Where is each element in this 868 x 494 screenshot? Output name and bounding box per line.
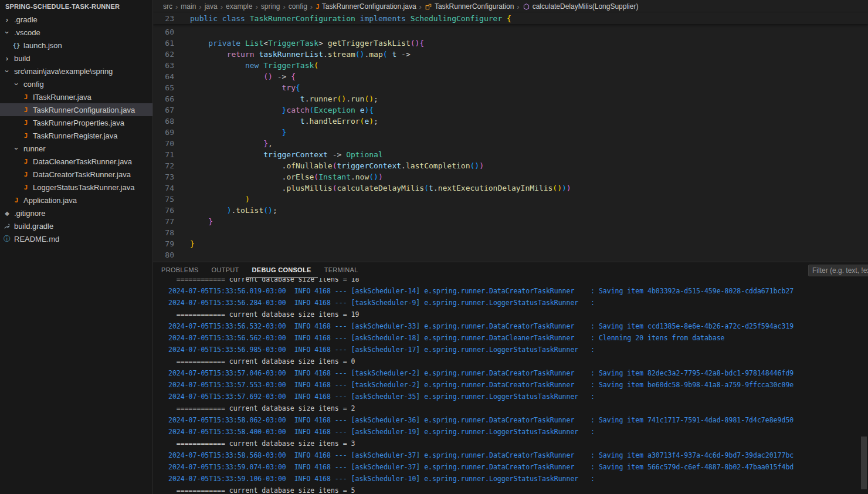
line-number[interactable]: 79	[153, 238, 174, 249]
line-number[interactable]: 71	[153, 149, 174, 160]
code-line-67[interactable]: 67 }catch(Exception e){	[153, 104, 868, 116]
line-number[interactable]: 72	[153, 160, 174, 171]
line-number[interactable]: 76	[153, 205, 174, 216]
line-number[interactable]: 63	[153, 60, 174, 71]
breadcrumb-item-src[interactable]: src	[163, 2, 172, 11]
line-number[interactable]: 78	[153, 227, 174, 238]
breadcrumb-item-calculatedelaymilis-longsupplier[interactable]: calculateDelayMilis(LongSupplier)	[523, 2, 639, 11]
line-number[interactable]: 75	[153, 194, 174, 205]
tree-item-loggerstatustaskrunner-java[interactable]: JLoggerStatusTaskRunner.java	[0, 181, 152, 194]
panel-tab-output[interactable]: OUTPUT	[205, 262, 246, 278]
code-token	[190, 72, 263, 81]
tree-item-taskrunnerproperties-java[interactable]: JTaskRunnerProperties.java	[0, 116, 152, 129]
code-line-71[interactable]: 71 triggerContext -> Optional	[153, 149, 868, 160]
tree-item-src-main-java-example-spring[interactable]: ›src\main\java\example\spring	[0, 65, 152, 77]
tree-item-build[interactable]: ›build	[0, 52, 152, 65]
line-number[interactable]: 64	[153, 71, 174, 82]
tree-item-launch-json[interactable]: {}launch.json	[0, 39, 152, 52]
code-line-72[interactable]: 72 .ofNullable(triggerContext.lastComple…	[153, 160, 868, 171]
java-file-icon: J	[21, 184, 30, 191]
console-line: 2024-07-05T15:33:59.074-03:00 INFO 4168 …	[168, 461, 868, 473]
code-line-65[interactable]: 65 try{	[153, 82, 868, 93]
breadcrumb-item-taskrunnerconfiguration-java[interactable]: JTaskRunnerConfiguration.java	[316, 2, 416, 11]
tree-item-vscode[interactable]: ›.vscode	[0, 26, 152, 39]
breadcrumb-separator-icon: ›	[517, 2, 519, 11]
code-line-63[interactable]: 63 new TriggerTask(	[153, 60, 868, 71]
line-number[interactable]: 70	[153, 138, 174, 149]
breadcrumb-item-main[interactable]: main	[181, 2, 196, 11]
code-line-70[interactable]: 70 },	[153, 138, 868, 149]
breadcrumb-item-taskrunnerconfiguration[interactable]: TaskRunnerConfiguration	[425, 2, 514, 11]
code-token: ofNullable	[286, 161, 332, 170]
line-number[interactable]: 62	[153, 49, 174, 60]
code-token: )	[567, 184, 571, 192]
line-number[interactable]: 65	[153, 82, 174, 93]
bottom-panel: PROBLEMSOUTPUTDEBUG CONSOLETERMINAL ====…	[153, 262, 868, 494]
tree-item-config[interactable]: ›config	[0, 77, 152, 90]
console-line: 2024-07-05T15:33:57.553-03:00 INFO 4168 …	[168, 379, 868, 391]
tree-item-taskrunnerregister-java[interactable]: JTaskRunnerRegister.java	[0, 129, 152, 142]
code-line-60[interactable]: 60	[153, 26, 868, 38]
tree-item-readme-md[interactable]: ⓘREADME.md	[0, 232, 152, 245]
tree-item-taskrunnerconfiguration-java[interactable]: JTaskRunnerConfiguration.java	[0, 103, 152, 116]
line-number[interactable]: 80	[153, 249, 174, 260]
code-token: implements	[360, 14, 406, 23]
console-scrollbar[interactable]	[861, 437, 867, 489]
code-text: t.handleError(e);	[190, 116, 378, 127]
tree-item-gradle[interactable]: ›.gradle	[0, 13, 152, 26]
code-line-80[interactable]: 80	[153, 249, 868, 260]
line-number[interactable]: 74	[153, 182, 174, 194]
tree-item-runner[interactable]: ›runner	[0, 142, 152, 155]
console-line: 2024-07-05T15:33:58.400-03:00 INFO 4168 …	[168, 426, 868, 438]
code-line-73[interactable]: 73 .orElse(Instant.now())	[153, 171, 868, 182]
code-line-76[interactable]: 76 ).toList();	[153, 205, 868, 216]
code-area[interactable]: 6061 private List<TriggerTask> getTrigge…	[153, 24, 868, 262]
panel-tab-terminal[interactable]: TERMINAL	[318, 262, 365, 278]
tree-item-itaskrunner-java[interactable]: JITaskRunner.java	[0, 90, 152, 103]
code-line-74[interactable]: 74 .plusMillis(calculateDelayMilis(t.nex…	[153, 182, 868, 194]
line-number[interactable]: 77	[153, 216, 174, 227]
line-number[interactable]: 67	[153, 104, 174, 116]
code-token: Exception	[314, 106, 355, 114]
code-token	[240, 39, 245, 48]
tree-item-label: ITaskRunner.java	[33, 93, 91, 101]
breadcrumb-item-config[interactable]: config	[289, 2, 307, 11]
line-number[interactable]: 66	[153, 93, 174, 104]
project-root-header[interactable]: SPRING-SCHEDULE-TASK-RUNNER	[0, 0, 152, 13]
breadcrumb-item-spring[interactable]: spring	[261, 2, 280, 11]
code-line-79[interactable]: 79}	[153, 238, 868, 249]
code-text: }	[190, 216, 213, 227]
code-line-75[interactable]: 75 )	[153, 194, 868, 205]
line-number[interactable]: 73	[153, 171, 174, 182]
sticky-scroll-line[interactable]: 23 public class TaskRunnerConfiguration …	[153, 13, 868, 24]
line-number[interactable]: 68	[153, 116, 174, 127]
line-number[interactable]: 61	[153, 38, 174, 49]
tree-item-build-gradle[interactable]: build.gradle	[0, 219, 152, 232]
code-line-78[interactable]: 78	[153, 227, 868, 238]
panel-tab-debug-console[interactable]: DEBUG CONSOLE	[246, 262, 318, 278]
code-token	[190, 39, 208, 48]
line-number[interactable]: 60	[153, 26, 174, 38]
line-number[interactable]: 69	[153, 127, 174, 138]
console-filter-input[interactable]	[808, 265, 868, 276]
code-line-62[interactable]: 62 return taskRunnerList.stream().map( t…	[153, 49, 868, 60]
tree-item-gitignore[interactable]: ◆.gitignore	[0, 207, 152, 219]
code-line-66[interactable]: 66 t.runner().run();	[153, 93, 868, 104]
code-line-61[interactable]: 61 private List<TriggerTask> getTriggerT…	[153, 38, 868, 49]
panel-tab-problems[interactable]: PROBLEMS	[155, 262, 205, 278]
code-token: (	[383, 50, 388, 59]
tree-item-datacreatortaskrunner-java[interactable]: JDataCreatorTaskRunner.java	[0, 168, 152, 181]
code-token: }	[282, 128, 287, 137]
code-line-68[interactable]: 68 t.handleError(e);	[153, 116, 868, 127]
code-line-77[interactable]: 77 }	[153, 216, 868, 227]
code-token: .	[190, 161, 286, 170]
tree-item-application-java[interactable]: JApplication.java	[0, 194, 152, 207]
console-line: 2024-07-05T15:33:56.019-03:00 INFO 4168 …	[168, 285, 868, 297]
code-text: return taskRunnerList.stream().map( t ->	[190, 49, 411, 60]
tree-item-datacleanertaskrunner-java[interactable]: JDataCleanerTaskRunner.java	[0, 155, 152, 168]
code-token: return	[227, 50, 255, 59]
breadcrumb-item-java[interactable]: java	[205, 2, 218, 11]
breadcrumb-item-example[interactable]: example	[226, 2, 252, 11]
code-line-64[interactable]: 64 () -> {	[153, 71, 868, 82]
code-line-69[interactable]: 69 }	[153, 127, 868, 138]
